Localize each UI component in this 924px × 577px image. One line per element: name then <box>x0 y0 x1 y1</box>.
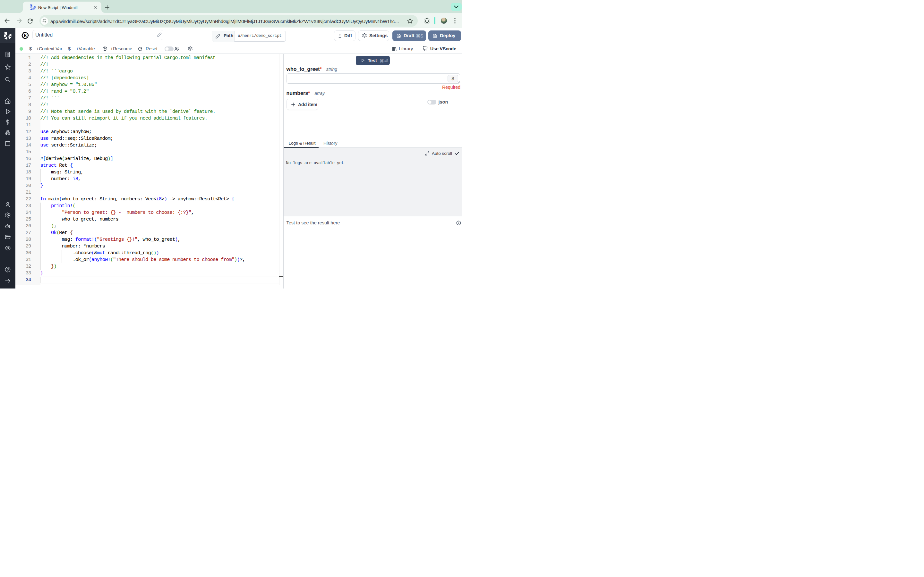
svg-text:R: R <box>23 33 27 38</box>
